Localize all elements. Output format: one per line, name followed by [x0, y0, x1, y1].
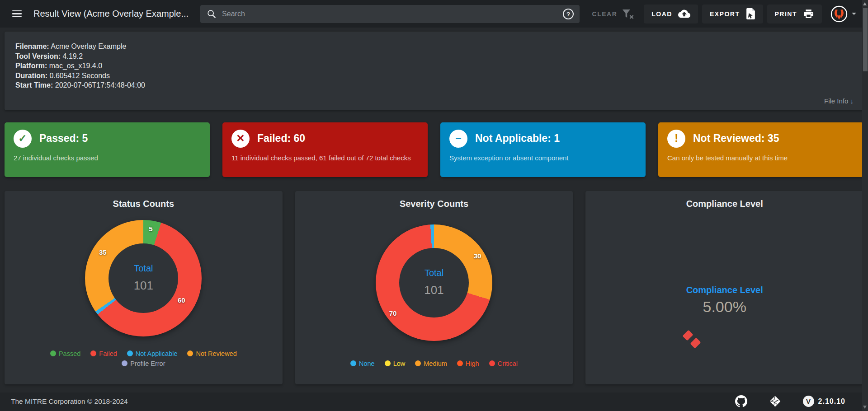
- file-info-row: Duration: 0.605412 Seconds: [15, 71, 853, 81]
- status-card-header: ✓ Passed: 5: [14, 130, 201, 148]
- legend-item[interactable]: High: [457, 360, 479, 367]
- severity-counts-donut[interactable]: 30 70 Total 101: [376, 224, 492, 341]
- status-chart-legend: PassedFailedNot ApplicableNot ReviewedPr…: [30, 350, 256, 367]
- avatar: [830, 5, 848, 23]
- help-icon[interactable]: ?: [562, 8, 574, 20]
- status-cards-row: ✓ Passed: 5 27 individual checks passed …: [5, 122, 863, 177]
- slice-label-failed: 60: [178, 296, 185, 304]
- file-info-row: Filename: Acme Overlay Example: [15, 42, 853, 51]
- app-bar: Result View (Acme Overlay Example... ? C…: [0, 0, 868, 28]
- footer-links: V 2.10.10: [735, 395, 845, 407]
- print-button-label: PRINT: [775, 10, 797, 18]
- load-button[interactable]: LOAD: [644, 5, 698, 23]
- legend-item[interactable]: Failed: [90, 350, 117, 357]
- legend-label: Not Reviewed: [196, 350, 236, 357]
- cloud-upload-icon: [678, 8, 690, 20]
- legend-item[interactable]: None: [350, 360, 375, 367]
- file-info-toggle[interactable]: File Info ↓: [824, 97, 854, 105]
- svg-text:?: ?: [566, 11, 570, 18]
- chart-title: Severity Counts: [295, 191, 573, 209]
- page-title: Result View (Acme Overlay Example...: [33, 9, 189, 19]
- print-button[interactable]: PRINT: [767, 5, 822, 23]
- status-card-subtitle: System exception or absent component: [449, 154, 637, 163]
- filter-remove-icon: [622, 9, 634, 19]
- user-menu[interactable]: [830, 5, 856, 23]
- status-card-header: ✕ Failed: 60: [231, 130, 419, 148]
- legend-dot: [50, 350, 56, 356]
- status-card-header: − Not Applicable: 1: [449, 130, 637, 148]
- status-card-header: ! Not Reviewed: 35: [667, 130, 854, 148]
- status-card-subtitle: Can only be tested manually at this time: [667, 154, 854, 163]
- legend-dot: [127, 350, 133, 356]
- legend-item[interactable]: Not Reviewed: [187, 350, 236, 357]
- compliance-gauge-label: Compliance Level: [585, 285, 863, 295]
- scrollbar[interactable]: [862, 0, 868, 411]
- version-info[interactable]: V 2.10.10: [803, 396, 845, 407]
- compliance-level-chart-card: Compliance Level Compliance Level 5.00%: [585, 191, 863, 384]
- status-card-title: Passed: 5: [39, 132, 88, 145]
- charts-row: Status Counts 5 60 35 Total 101 PassedFa…: [5, 191, 863, 384]
- chevron-down-icon: [852, 13, 856, 15]
- file-info-row: Platform: mac_os_x19.4.0: [15, 61, 853, 71]
- donut-center: Total 101: [108, 243, 178, 313]
- version-number: 2.10.10: [818, 397, 845, 406]
- file-info-value: 4.19.2: [63, 52, 83, 60]
- menu-button[interactable]: [6, 4, 27, 24]
- file-info-label: Start Time:: [15, 81, 53, 89]
- slice-label-high: 70: [389, 309, 397, 317]
- legend-dot: [122, 360, 127, 366]
- scrollbar-thumb[interactable]: [863, 8, 868, 71]
- status-card-passed[interactable]: ✓ Passed: 5 27 individual checks passed: [5, 122, 210, 177]
- search-icon: [207, 9, 217, 19]
- clear-filters-button[interactable]: CLEAR: [592, 9, 634, 19]
- file-export-icon: [746, 8, 755, 19]
- status-card-subtitle: 27 individual checks passed: [14, 154, 201, 163]
- diamond-logo-icon[interactable]: [769, 395, 781, 407]
- legend-item[interactable]: Low: [385, 360, 406, 367]
- file-info-label: Tool Version:: [15, 52, 61, 60]
- status-card-not-applicable[interactable]: − Not Applicable: 1 System exception or …: [440, 122, 646, 177]
- legend-item[interactable]: Critical: [489, 360, 518, 367]
- file-info-value: 2020-07-06T17:54:48-04:00: [55, 81, 145, 89]
- legend-dot: [415, 360, 421, 366]
- slice-label-not-reviewed: 35: [99, 248, 107, 256]
- gauge-segment: [690, 337, 701, 348]
- chart-title: Compliance Level: [585, 191, 863, 209]
- gauge-segment: [683, 330, 693, 341]
- footer: The MITRE Corporation © 2018-2024 V 2.10…: [0, 392, 868, 411]
- slice-label-passed: 5: [149, 224, 152, 232]
- file-info-value: Acme Overlay Example: [51, 42, 126, 50]
- legend-item[interactable]: Profile Error: [122, 360, 165, 367]
- legend-label: None: [359, 360, 375, 367]
- legend-item[interactable]: Medium: [415, 360, 447, 367]
- donut-center: Total 101: [399, 248, 469, 318]
- status-card-title: Failed: 60: [257, 132, 305, 145]
- legend-label: High: [466, 360, 479, 367]
- donut-total-value: 101: [424, 283, 443, 297]
- donut-total-label: Total: [134, 263, 153, 274]
- legend-dot: [350, 360, 356, 366]
- legend-item[interactable]: Passed: [50, 350, 80, 357]
- legend-label: Critical: [498, 360, 518, 367]
- legend-item[interactable]: Not Applicable: [127, 350, 178, 357]
- export-button[interactable]: EXPORT: [702, 5, 763, 23]
- file-info-row: Tool Version: 4.19.2: [15, 51, 853, 61]
- file-info-panel: Filename: Acme Overlay Example Tool Vers…: [5, 32, 863, 110]
- slice-label-medium: 30: [474, 252, 481, 259]
- status-card-not-reviewed[interactable]: ! Not Reviewed: 35 Can only be tested ma…: [658, 122, 863, 177]
- github-icon[interactable]: [735, 395, 747, 407]
- search-bar[interactable]: ?: [200, 5, 579, 23]
- status-counts-donut[interactable]: 5 60 35 Total 101: [85, 220, 202, 336]
- status-card-failed[interactable]: ✕ Failed: 60 11 individual checks passed…: [222, 122, 428, 177]
- legend-label: Not Applicable: [136, 350, 178, 357]
- scroll-up-arrow[interactable]: [863, 2, 867, 5]
- legend-dot: [187, 350, 193, 356]
- donut-total-value: 101: [134, 279, 153, 293]
- scroll-down-arrow[interactable]: [863, 406, 867, 409]
- export-button-label: EXPORT: [710, 10, 740, 18]
- status-card-subtitle: 11 individual checks passed, 61 failed o…: [231, 154, 419, 163]
- legend-label: Medium: [424, 360, 447, 367]
- legend-dot: [457, 360, 463, 366]
- severity-counts-chart-card: Severity Counts 30 70 Total 101 NoneLowM…: [295, 191, 573, 384]
- search-input[interactable]: [222, 10, 557, 18]
